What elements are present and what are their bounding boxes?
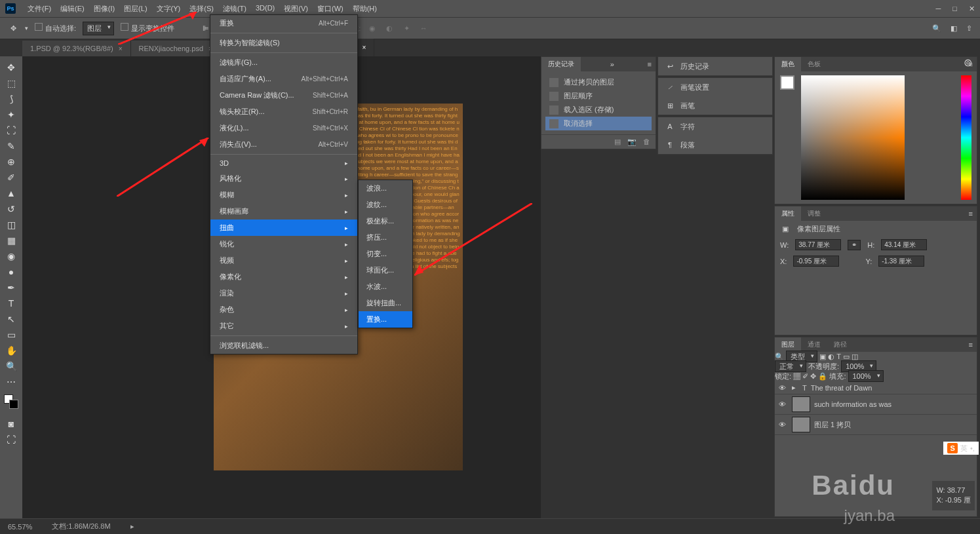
show-transform-checkbox[interactable]: 显示变换控件 bbox=[121, 23, 174, 33]
search-icon[interactable]: 🔍 bbox=[932, 24, 941, 33]
filter-3d[interactable]: 3D bbox=[210, 156, 357, 170]
character-shortcut[interactable]: A字符 bbox=[658, 117, 772, 136]
doc-size[interactable]: 文档:1.86M/26.8M bbox=[52, 522, 110, 531]
distort-shear[interactable]: 切变... bbox=[359, 246, 412, 262]
dodge-tool[interactable]: ● bbox=[3, 265, 20, 279]
ime-indicator[interactable]: S 英 •, bbox=[943, 442, 979, 455]
filter-smart-icon[interactable]: ◫ bbox=[852, 353, 858, 360]
distort-pinch[interactable]: 挤压... bbox=[359, 229, 412, 246]
lock-all-icon[interactable]: 🔒 bbox=[818, 372, 827, 380]
hue-slider[interactable] bbox=[961, 75, 971, 200]
link-icon[interactable]: ⚭ bbox=[848, 240, 861, 250]
distort-water[interactable]: 水波... bbox=[359, 278, 412, 295]
history-shortcut[interactable]: ↩历史记录 bbox=[658, 57, 772, 75]
filter-gallery[interactable]: 滤镜库(G)... bbox=[210, 54, 357, 71]
zoom-tool[interactable]: 🔍 bbox=[3, 359, 20, 373]
color-gradient[interactable] bbox=[801, 75, 905, 200]
filter-lens[interactable]: 镜头校正(R)...Shift+Ctrl+R bbox=[210, 104, 357, 120]
filter-convert-smart[interactable]: 转换为智能滤镜(S) bbox=[210, 35, 357, 51]
eraser-tool[interactable]: ◫ bbox=[3, 218, 20, 232]
history-item[interactable]: 通过拷贝的图层 bbox=[545, 75, 652, 89]
filter-video[interactable]: 视频 bbox=[210, 252, 357, 269]
pan-icon[interactable]: ✦ bbox=[401, 23, 412, 33]
layer-row[interactable]: 👁图层 1 拷贝 bbox=[775, 415, 977, 435]
orbit-icon[interactable]: ◉ bbox=[367, 23, 378, 33]
eyedropper-tool[interactable]: ✎ bbox=[3, 139, 20, 153]
distort-displace[interactable]: 置换... bbox=[359, 311, 412, 328]
tab-properties[interactable]: 属性 bbox=[775, 206, 801, 221]
filter-sharpen[interactable]: 锐化 bbox=[210, 236, 357, 252]
quickmask-tool[interactable]: ◙ bbox=[3, 417, 20, 431]
history-item[interactable]: 取消选择 bbox=[545, 117, 652, 130]
tab-swatches[interactable]: 色板 bbox=[801, 57, 827, 71]
hand-tool[interactable]: ✋ bbox=[3, 343, 20, 358]
screenmode-tool[interactable]: ⛶ bbox=[3, 432, 20, 447]
path-tool[interactable]: ↖ bbox=[3, 312, 20, 326]
width-input[interactable] bbox=[795, 239, 841, 250]
menu-type[interactable]: 文字(Y) bbox=[153, 1, 185, 16]
tab-history[interactable]: 历史记录 bbox=[541, 57, 581, 71]
lock-pos-icon[interactable]: ✥ bbox=[810, 372, 816, 380]
menu-file[interactable]: 文件(F) bbox=[24, 1, 55, 16]
roll-icon[interactable]: ◐ bbox=[384, 23, 395, 33]
tab-channels[interactable]: 通道 bbox=[801, 337, 827, 352]
share-icon[interactable]: ⇧ bbox=[966, 24, 972, 33]
filter-adjust-icon[interactable]: ◐ bbox=[828, 353, 834, 360]
menu-layer[interactable]: 图层(L) bbox=[120, 1, 151, 16]
maximize-icon[interactable]: □ bbox=[952, 5, 957, 13]
filter-reset[interactable]: 重换Alt+Ctrl+F bbox=[210, 15, 357, 31]
tab-color[interactable]: 颜色 bbox=[775, 57, 801, 71]
slide-icon[interactable]: ↔ bbox=[418, 23, 429, 33]
pen-tool[interactable]: ✒ bbox=[3, 280, 20, 295]
auto-select-checkbox[interactable]: 自动选择: bbox=[35, 23, 76, 33]
auto-select-dropdown[interactable]: 图层 bbox=[83, 22, 114, 35]
fill-dropdown[interactable]: 100% bbox=[848, 370, 884, 382]
crop-tool[interactable]: ⛶ bbox=[3, 123, 20, 138]
status-arrow-icon[interactable]: ▸ bbox=[130, 522, 134, 531]
new-doc-icon[interactable]: ▤ bbox=[614, 138, 621, 146]
panel-menu-icon[interactable]: ≡ bbox=[965, 341, 977, 349]
gradient-tool[interactable]: ▦ bbox=[3, 233, 20, 248]
filter-camera-raw[interactable]: Camera Raw 滤镜(C)...Shift+Ctrl+A bbox=[210, 87, 357, 104]
filter-pixel-icon[interactable]: ▣ bbox=[819, 353, 826, 360]
filter-adaptive[interactable]: 自适应广角(A)...Alt+Shift+Ctrl+A bbox=[210, 71, 357, 87]
menu-image[interactable]: 图像(I) bbox=[90, 1, 119, 16]
filter-type-icon[interactable]: T bbox=[836, 353, 841, 360]
panel-menu-icon[interactable]: ≡ bbox=[644, 60, 656, 68]
brush-settings-shortcut[interactable]: ⟋画笔设置 bbox=[658, 78, 772, 96]
filter-liquify[interactable]: 液化(L)...Shift+Ctrl+X bbox=[210, 120, 357, 136]
layer-row[interactable]: 👁such information as was bbox=[775, 394, 977, 415]
paragraph-shortcut[interactable]: ¶段落 bbox=[658, 136, 772, 154]
blend-mode-dropdown[interactable]: 正常 bbox=[775, 360, 806, 372]
type-tool[interactable]: T bbox=[3, 296, 20, 311]
edit-toolbar[interactable]: ⋯ bbox=[3, 375, 20, 389]
filter-blur-gallery[interactable]: 模糊画廊 bbox=[210, 203, 357, 219]
filter-pixelate[interactable]: 像素化 bbox=[210, 269, 357, 285]
filter-render[interactable]: 渲染 bbox=[210, 285, 357, 301]
distort-wave[interactable]: 波浪... bbox=[359, 180, 412, 197]
foreground-swatch[interactable] bbox=[780, 75, 794, 90]
tab-doc1[interactable]: 1.PSD @ 92.3%(RGB/8#)× bbox=[22, 41, 131, 56]
minimize-icon[interactable]: ─ bbox=[936, 5, 941, 13]
distort-twirl[interactable]: 旋转扭曲... bbox=[359, 295, 412, 311]
tab-close-icon[interactable]: × bbox=[119, 45, 123, 52]
stamp-tool[interactable]: ▲ bbox=[3, 186, 20, 200]
filter-stylize[interactable]: 风格化 bbox=[210, 170, 357, 187]
blur-tool[interactable]: ◉ bbox=[3, 249, 20, 263]
zoom-level[interactable]: 65.57% bbox=[8, 523, 32, 531]
height-input[interactable] bbox=[881, 239, 927, 250]
filter-blur[interactable]: 模糊 bbox=[210, 187, 357, 203]
filter-noise[interactable]: 杂色 bbox=[210, 301, 357, 318]
tab-doc2[interactable]: RENXjiaocheng.psd× bbox=[131, 41, 221, 56]
visibility-icon[interactable]: 👁 bbox=[779, 421, 788, 429]
wand-tool[interactable]: ✦ bbox=[3, 107, 20, 122]
panel-collapse-icon[interactable]: » bbox=[606, 60, 618, 68]
visibility-icon[interactable]: 👁 bbox=[779, 400, 788, 408]
filter-other[interactable]: 其它 bbox=[210, 318, 357, 334]
shape-tool[interactable]: ▭ bbox=[3, 328, 20, 342]
marquee-tool[interactable]: ⬚ bbox=[3, 76, 20, 90]
brush-tool[interactable]: ✐ bbox=[3, 170, 20, 185]
distort-spherize[interactable]: 球面化... bbox=[359, 262, 412, 278]
menu-edit[interactable]: 编辑(E) bbox=[56, 1, 88, 16]
visibility-icon[interactable]: 👁 bbox=[779, 384, 788, 392]
